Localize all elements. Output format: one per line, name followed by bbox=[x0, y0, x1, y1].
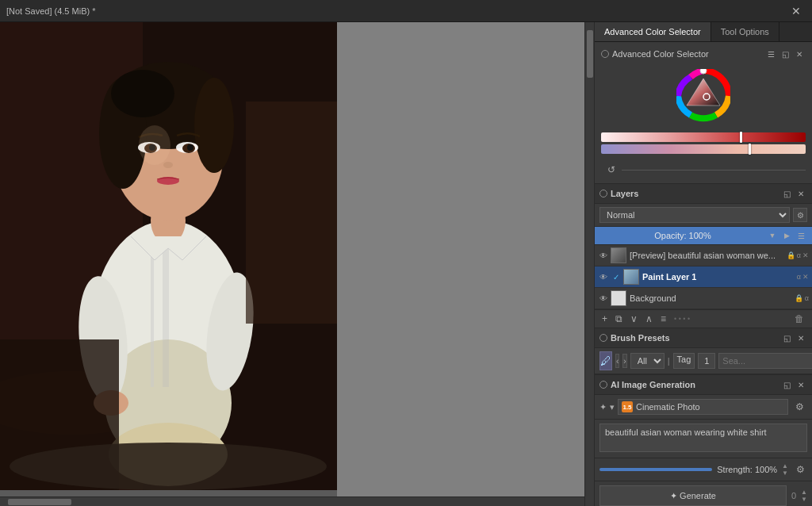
ai-generate-row: ✦ Generate 0 ▲ ▼ bbox=[595, 481, 812, 506]
brush-prev-btn[interactable]: ‹ bbox=[615, 354, 619, 368]
ai-settings-button[interactable]: ⚙ bbox=[791, 399, 807, 415]
vertical-scrollbar[interactable] bbox=[584, 22, 594, 506]
color-selector-title-group: Advanced Color Selector bbox=[601, 49, 709, 59]
svg-marker-30 bbox=[687, 79, 720, 105]
brush-dock-icon[interactable]: ◱ bbox=[780, 332, 793, 344]
ai-model-name: Cinematic Photo bbox=[636, 402, 700, 412]
layer-item-background[interactable]: 👁 Background 🔒 α bbox=[595, 288, 812, 309]
color-slider-thumb-1[interactable] bbox=[740, 132, 742, 143]
layer-lock-preview: 🔒 bbox=[787, 251, 795, 259]
opacity-menu-btn[interactable]: ☰ bbox=[795, 229, 807, 242]
ai-title-group: AI Image Generation bbox=[599, 380, 695, 389]
color-selector-actions: ☰ ◱ ✕ bbox=[764, 48, 806, 60]
refresh-button[interactable]: ↺ bbox=[604, 163, 619, 177]
delete-layer-btn[interactable]: 🗑 bbox=[791, 312, 807, 325]
strength-extra-btn[interactable]: ⚙ bbox=[793, 462, 807, 477]
dock-icon[interactable]: ◱ bbox=[779, 48, 791, 60]
empty-canvas-area bbox=[337, 22, 584, 496]
color-slider-1[interactable] bbox=[601, 132, 806, 142]
generate-button[interactable]: ✦ Generate bbox=[599, 485, 787, 506]
brush-close-icon[interactable]: ✕ bbox=[795, 332, 807, 344]
ai-dock-icon[interactable]: ◱ bbox=[780, 378, 793, 391]
color-wheel-svg[interactable] bbox=[676, 69, 730, 123]
layers-filter-button[interactable]: ⚙ bbox=[793, 208, 807, 222]
brush-number-input[interactable] bbox=[698, 353, 715, 369]
brush-tag-btn[interactable]: Tag bbox=[673, 353, 695, 369]
ai-prompt-input[interactable]: beautiful asian woman wearing white shir… bbox=[599, 424, 807, 452]
refresh-row: ↺ bbox=[598, 159, 809, 180]
color-selector-section: Advanced Color Selector ☰ ◱ ✕ bbox=[595, 42, 812, 184]
generate-count-down[interactable]: ▼ bbox=[801, 496, 807, 503]
generate-count-up[interactable]: ▲ bbox=[801, 489, 807, 496]
duplicate-layer-btn[interactable]: ⧉ bbox=[613, 312, 625, 325]
horizontal-scrollbar[interactable] bbox=[0, 496, 584, 506]
ai-prompt-area: beautiful asian woman wearing white shir… bbox=[595, 420, 812, 458]
merge-down-btn[interactable]: ∨ bbox=[628, 312, 640, 325]
strength-slider[interactable] bbox=[599, 468, 712, 471]
ai-tool-sparkle[interactable]: ✦ bbox=[599, 402, 607, 412]
svg-point-27 bbox=[10, 443, 327, 490]
color-wheel[interactable] bbox=[676, 69, 730, 123]
opacity-actions: ▼ ▶ ☰ bbox=[766, 229, 807, 242]
circle-icon-brush bbox=[599, 334, 607, 342]
layers-dots: • • • • bbox=[672, 314, 692, 324]
svg-point-28 bbox=[139, 125, 170, 165]
opacity-up-btn[interactable]: ▶ bbox=[780, 229, 793, 242]
svg-rect-6 bbox=[163, 244, 169, 387]
layers-toolbar: + ⧉ ∨ ∧ ≡ • • • • 🗑 bbox=[595, 309, 812, 328]
layer-thumb-preview bbox=[611, 247, 626, 263]
merge-up-btn[interactable]: ∧ bbox=[643, 312, 655, 325]
menu-icon[interactable]: ☰ bbox=[764, 48, 777, 60]
layers-dock-icon[interactable]: ◱ bbox=[780, 187, 793, 200]
add-layer-btn[interactable]: + bbox=[599, 312, 610, 325]
layer-alpha-paint: α bbox=[797, 273, 801, 281]
brush-preset-icon[interactable]: 🖊 bbox=[599, 351, 612, 370]
strength-down-arrow[interactable]: ▼ bbox=[782, 470, 788, 477]
generate-label: ✦ Generate bbox=[670, 491, 716, 501]
layer-name-paint: Paint Layer 1 bbox=[642, 272, 795, 282]
brush-category-select[interactable]: All bbox=[630, 353, 665, 369]
brush-toolbar: 🖊 ‹ › All | Tag ✓ Filter in bbox=[595, 348, 812, 374]
canvas-area bbox=[0, 22, 594, 506]
image-canvas[interactable] bbox=[0, 22, 337, 490]
layer-eye-paint[interactable]: 👁 bbox=[598, 271, 609, 282]
image-container bbox=[0, 22, 337, 490]
brush-search-input[interactable] bbox=[718, 353, 812, 369]
layer-check-paint: ✓ bbox=[611, 271, 622, 282]
layer-eye-preview[interactable]: 👁 bbox=[598, 250, 609, 261]
layers-close-icon[interactable]: ✕ bbox=[795, 187, 807, 200]
layer-alpha-preview: α bbox=[797, 251, 801, 259]
svg-point-11 bbox=[194, 78, 234, 173]
layer-options-btn[interactable]: ≡ bbox=[658, 312, 668, 325]
svg-rect-5 bbox=[151, 244, 154, 387]
ai-title-text: AI Image Generation bbox=[611, 380, 695, 389]
layer-item-preview[interactable]: 👁 [Preview] beautiful asian woman we... … bbox=[595, 245, 812, 266]
generate-count-arrows: ▲ ▼ bbox=[801, 489, 807, 503]
strength-label: Strength: 100% bbox=[717, 465, 777, 474]
layer-eye-bg[interactable]: 👁 bbox=[598, 293, 609, 304]
ai-close-icon[interactable]: ✕ bbox=[795, 378, 807, 391]
ai-tool-arrow[interactable]: ▾ bbox=[610, 402, 615, 412]
close-icon[interactable]: ✕ bbox=[793, 48, 806, 60]
tab-tool-options[interactable]: Tool Options bbox=[711, 22, 779, 41]
color-slider-2[interactable] bbox=[601, 144, 806, 154]
tab-advanced-color[interactable]: Advanced Color Selector bbox=[595, 22, 711, 41]
color-slider-thumb-2[interactable] bbox=[749, 144, 751, 155]
layer-item-paint[interactable]: 👁 ✓ Paint Layer 1 α ✕ bbox=[595, 266, 812, 288]
v-scrollbar-thumb[interactable] bbox=[587, 30, 593, 78]
strength-arrows: ▲ ▼ bbox=[782, 463, 788, 477]
brush-separator: | bbox=[668, 356, 670, 366]
brush-next-btn[interactable]: › bbox=[622, 354, 626, 368]
layer-thumb-paint-layer bbox=[623, 269, 639, 285]
strength-up-arrow[interactable]: ▲ bbox=[782, 463, 788, 470]
close-button[interactable]: ✕ bbox=[787, 3, 806, 19]
divider bbox=[622, 170, 806, 171]
h-scrollbar-thumb[interactable] bbox=[8, 499, 71, 505]
opacity-down-btn[interactable]: ▼ bbox=[766, 229, 779, 242]
blend-mode-select[interactable]: Normal bbox=[599, 207, 790, 223]
ai-toolbar: ✦ ▾ 1.5 Cinematic Photo ⚙ bbox=[595, 395, 812, 420]
brush-title-text: Brush Presets bbox=[611, 333, 670, 343]
color-selector-header: Advanced Color Selector ☰ ◱ ✕ bbox=[598, 45, 809, 63]
svg-point-18 bbox=[187, 144, 193, 151]
ai-model-select[interactable]: 1.5 Cinematic Photo bbox=[618, 399, 788, 415]
